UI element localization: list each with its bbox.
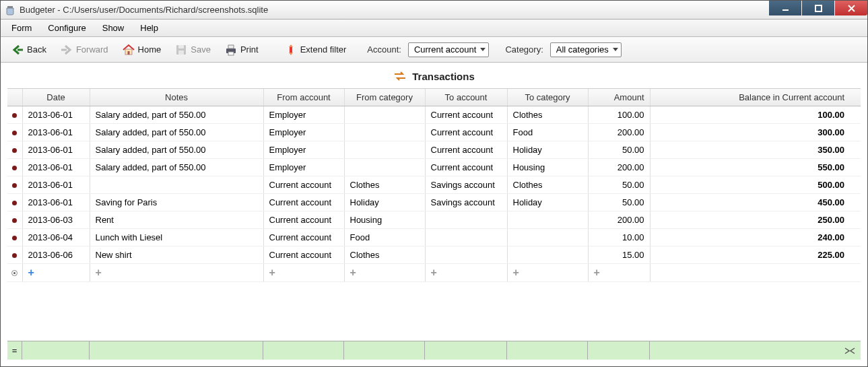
table-row[interactable]: 2013-06-01Current accountClothesSavings … (7, 176, 861, 194)
close-button[interactable] (835, 1, 867, 15)
col-header-from-account[interactable]: From account (263, 89, 344, 106)
new-amount[interactable]: + (588, 264, 650, 282)
table-row[interactable]: 2013-06-01Saving for ParisCurrent accoun… (7, 194, 861, 211)
cell-from-category[interactable]: Clothes (344, 246, 425, 264)
cell-from-category[interactable] (344, 141, 425, 159)
cell-from-account[interactable]: Current account (263, 176, 344, 194)
home-button[interactable]: Home (117, 41, 166, 59)
cell-amount[interactable]: 15.00 (588, 246, 650, 264)
cell-to-account[interactable]: Current account (425, 141, 507, 159)
cell-balance[interactable]: 550.00 (650, 159, 861, 176)
save-button[interactable]: Save (170, 41, 215, 59)
menu-show[interactable]: Show (94, 20, 133, 36)
cell-date[interactable]: 2013-06-01 (22, 194, 90, 211)
new-row[interactable]: +++++++ (7, 264, 861, 282)
cell-to-category[interactable]: Clothes (507, 176, 588, 194)
cell-notes[interactable]: Saving for Paris (90, 194, 263, 211)
col-header-notes[interactable]: Notes (90, 89, 263, 106)
table-row[interactable]: 2013-06-03RentCurrent accountHousing200.… (7, 211, 861, 229)
cell-notes[interactable]: Salary added, part of 550.00 (90, 159, 263, 176)
cell-from-category[interactable]: Holiday (344, 194, 425, 211)
cell-balance[interactable]: 100.00 (650, 106, 861, 124)
cell-to-category[interactable]: Housing (507, 159, 588, 176)
cell-date[interactable]: 2013-06-04 (22, 229, 90, 246)
new-date[interactable]: + (22, 264, 90, 282)
cell-balance[interactable]: 225.00 (650, 246, 861, 264)
forward-button[interactable]: Forward (55, 41, 113, 59)
cell-date[interactable]: 2013-06-01 (22, 124, 90, 141)
cell-amount[interactable]: 50.00 (588, 194, 650, 211)
table-row[interactable]: 2013-06-01Salary added, part of 550.00Em… (7, 141, 861, 159)
new-to-cat[interactable]: + (507, 264, 588, 282)
cell-date[interactable]: 2013-06-03 (22, 211, 90, 229)
collapse-icon[interactable] (844, 341, 861, 360)
cell-to-category[interactable]: Food (507, 124, 588, 141)
cell-notes[interactable]: Lunch with Liesel (90, 229, 263, 246)
cell-notes[interactable] (90, 176, 263, 194)
cell-from-account[interactable]: Employer (263, 124, 344, 141)
new-from-acc[interactable]: + (263, 264, 344, 282)
cell-date[interactable]: 2013-06-01 (22, 176, 90, 194)
cell-to-account[interactable] (425, 211, 507, 229)
new-notes[interactable]: + (90, 264, 263, 282)
print-button[interactable]: Print (220, 41, 263, 59)
cell-to-category[interactable]: Holiday (507, 194, 588, 211)
account-combo[interactable]: Current account (408, 42, 490, 57)
cell-to-category[interactable] (507, 229, 588, 246)
cell-amount[interactable]: 200.00 (588, 211, 650, 229)
col-header-to-account[interactable]: To account (425, 89, 507, 106)
cell-to-category[interactable]: Clothes (507, 106, 588, 124)
table-row[interactable]: 2013-06-04Lunch with LieselCurrent accou… (7, 229, 861, 246)
col-header-balance[interactable]: Balance in Current account (650, 89, 861, 106)
new-from-cat[interactable]: + (344, 264, 425, 282)
cell-to-category[interactable] (507, 246, 588, 264)
cell-balance[interactable]: 250.00 (650, 211, 861, 229)
cell-amount[interactable]: 200.00 (588, 124, 650, 141)
cell-notes[interactable]: Salary added, part of 550.00 (90, 141, 263, 159)
cell-from-category[interactable] (344, 124, 425, 141)
category-combo[interactable]: All categories (550, 42, 622, 57)
cell-to-category[interactable] (507, 211, 588, 229)
back-button[interactable]: Back (6, 41, 51, 59)
new-to-acc[interactable]: + (425, 264, 507, 282)
cell-balance[interactable]: 450.00 (650, 194, 861, 211)
col-header-from-category[interactable]: From category (344, 89, 425, 106)
table-row[interactable]: 2013-06-06New shirtCurrent accountClothe… (7, 246, 861, 264)
col-header-amount[interactable]: Amount (588, 89, 650, 106)
cell-amount[interactable]: 100.00 (588, 106, 650, 124)
col-header-to-category[interactable]: To category (507, 89, 588, 106)
cell-notes[interactable]: Rent (90, 211, 263, 229)
cell-to-account[interactable] (425, 229, 507, 246)
cell-from-account[interactable]: Employer (263, 159, 344, 176)
menu-configure[interactable]: Configure (40, 20, 94, 36)
cell-notes[interactable]: New shirt (90, 246, 263, 264)
cell-to-account[interactable]: Current account (425, 159, 507, 176)
cell-amount[interactable]: 10.00 (588, 229, 650, 246)
menu-form[interactable]: Form (3, 20, 40, 36)
table-row[interactable]: 2013-06-01Salary added, part of 550.00Em… (7, 106, 861, 124)
cell-to-account[interactable]: Current account (425, 106, 507, 124)
cell-to-account[interactable] (425, 246, 507, 264)
cell-from-category[interactable] (344, 159, 425, 176)
cell-to-category[interactable]: Holiday (507, 141, 588, 159)
cell-notes[interactable]: Salary added, part of 550.00 (90, 124, 263, 141)
cell-balance[interactable]: 500.00 (650, 176, 861, 194)
cell-to-account[interactable]: Savings account (425, 194, 507, 211)
cell-from-account[interactable]: Employer (263, 141, 344, 159)
menu-help[interactable]: Help (132, 20, 166, 36)
cell-from-account[interactable]: Employer (263, 106, 344, 124)
cell-notes[interactable]: Salary added, part of 550.00 (90, 106, 263, 124)
cell-date[interactable]: 2013-06-01 (22, 159, 90, 176)
extend-filter-button[interactable]: Extend filter (279, 41, 352, 59)
cell-from-category[interactable] (344, 106, 425, 124)
cell-date[interactable]: 2013-06-01 (22, 141, 90, 159)
cell-from-account[interactable]: Current account (263, 229, 344, 246)
cell-date[interactable]: 2013-06-06 (22, 246, 90, 264)
cell-from-category[interactable]: Clothes (344, 176, 425, 194)
cell-date[interactable]: 2013-06-01 (22, 106, 90, 124)
cell-from-account[interactable]: Current account (263, 194, 344, 211)
cell-from-account[interactable]: Current account (263, 211, 344, 229)
cell-amount[interactable]: 200.00 (588, 159, 650, 176)
minimize-button[interactable] (769, 1, 801, 15)
col-header-marker[interactable] (7, 89, 22, 106)
